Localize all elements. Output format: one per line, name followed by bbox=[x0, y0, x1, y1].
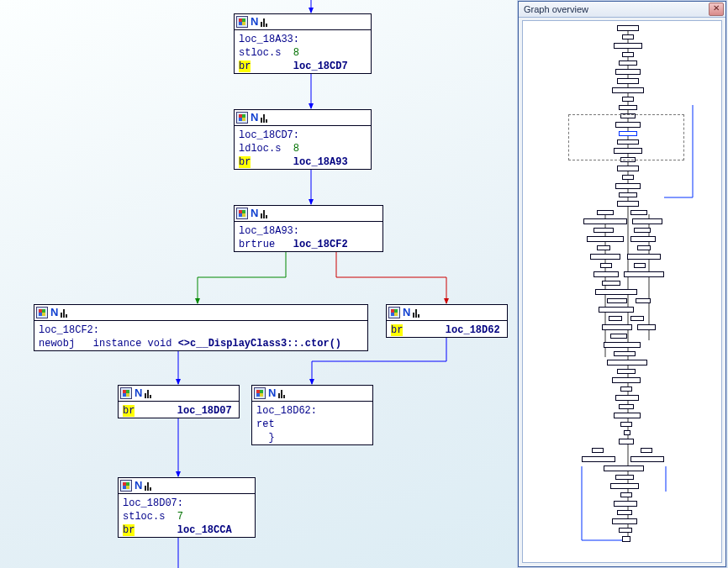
disasm-token: loc_18CD7 bbox=[293, 60, 348, 72]
minimap-node bbox=[602, 281, 620, 286]
disasm-line: br loc_18A93 bbox=[239, 155, 367, 169]
minimap-node bbox=[637, 324, 656, 330]
minimap-node bbox=[617, 25, 639, 31]
disasm-line: newobj instance void <>c__DisplayClass3:… bbox=[39, 337, 363, 350]
overview-title: Graph overview bbox=[524, 4, 588, 14]
n-icon: N bbox=[249, 112, 260, 124]
minimap-node bbox=[600, 263, 612, 268]
node-header[interactable]: N bbox=[34, 305, 367, 321]
n-icon: N bbox=[249, 208, 260, 219]
rgb-grid-icon bbox=[236, 16, 248, 28]
minimap-node bbox=[630, 236, 656, 242]
disasm-line: ret bbox=[256, 418, 368, 431]
disasm-token: loc_18A93: bbox=[239, 225, 299, 237]
node-header[interactable]: N bbox=[235, 14, 371, 30]
node-header[interactable]: N bbox=[119, 386, 239, 402]
disasm-token: } bbox=[256, 432, 275, 444]
node-header[interactable]: N bbox=[235, 110, 371, 126]
node-body: loc_18D07:stloc.s 7br loc_18CCA bbox=[119, 494, 255, 540]
disasm-token bbox=[251, 156, 293, 168]
cfg-node-n4[interactable]: Nloc_18CF2:newobj instance void <>c__Dis… bbox=[34, 304, 368, 351]
disasm-line: loc_18CD7: bbox=[239, 129, 367, 142]
disasm-line: br loc_18CD7 bbox=[239, 60, 367, 73]
disasm-token: loc_18A33: bbox=[239, 34, 299, 45]
overview-titlebar[interactable]: Graph overview ✕ bbox=[519, 2, 725, 18]
disasm-token: loc_18D62: bbox=[256, 405, 317, 417]
minimap-node bbox=[627, 254, 661, 260]
minimap-node bbox=[622, 536, 630, 542]
cfg-node-n2[interactable]: Nloc_18CD7:ldloc.s 8br loc_18A93 bbox=[234, 109, 372, 170]
minimap-node bbox=[614, 351, 636, 356]
disasm-token: 8 bbox=[293, 47, 299, 59]
minimap-node bbox=[609, 316, 622, 321]
minimap-node bbox=[592, 448, 604, 453]
disasm-token: 7 bbox=[177, 511, 183, 523]
node-header[interactable]: N bbox=[252, 386, 372, 402]
node-body: loc_18D62:ret } bbox=[252, 402, 372, 448]
disasm-line: br loc_18D07 bbox=[123, 404, 235, 418]
cfg-node-n1[interactable]: Nloc_18A33:stloc.s 8br loc_18CD7 bbox=[234, 13, 372, 74]
cfg-node-n5[interactable]: Nbr loc_18D62 bbox=[386, 304, 508, 338]
minimap-node bbox=[615, 395, 639, 401]
disasm-token: loc_18A93 bbox=[293, 156, 348, 168]
minimap-viewport[interactable] bbox=[568, 114, 684, 160]
disasm-token: br bbox=[391, 324, 403, 336]
minimap-node bbox=[630, 316, 644, 321]
minimap-node bbox=[615, 69, 641, 75]
n-icon: N bbox=[266, 387, 277, 399]
node-body: loc_18A93:brtrue loc_18CF2 bbox=[235, 222, 382, 255]
disasm-line: brtrue loc_18CF2 bbox=[239, 238, 378, 251]
overview-minimap[interactable] bbox=[522, 20, 722, 563]
close-icon[interactable]: ✕ bbox=[709, 3, 724, 16]
cfg-node-n3[interactable]: Nloc_18A93:brtrue loc_18CF2 bbox=[234, 205, 383, 252]
bars-icon bbox=[261, 208, 267, 218]
minimap-node bbox=[632, 218, 662, 224]
disasm-line: br loc_18CCA bbox=[123, 523, 251, 537]
rgb-grid-icon bbox=[236, 208, 248, 219]
cfg-node-n8[interactable]: Nloc_18D07:stloc.s 7br loc_18CCA bbox=[118, 477, 256, 538]
minimap-node bbox=[622, 97, 634, 102]
minimap-node bbox=[619, 404, 634, 409]
minimap-node bbox=[620, 387, 632, 392]
bars-icon bbox=[145, 388, 151, 398]
minimap-node bbox=[634, 263, 646, 268]
minimap-node bbox=[593, 271, 619, 277]
rgb-grid-icon bbox=[36, 307, 48, 318]
minimap-node bbox=[612, 518, 637, 524]
minimap-node bbox=[583, 218, 627, 224]
disasm-token: loc_18D07: bbox=[123, 497, 183, 509]
minimap-node bbox=[607, 298, 627, 303]
minimap-node bbox=[614, 413, 641, 418]
minimap-node bbox=[617, 166, 639, 171]
minimap-node bbox=[590, 254, 620, 260]
minimap-node bbox=[610, 483, 639, 489]
disasm-token: br bbox=[239, 60, 251, 72]
bars-icon bbox=[61, 308, 67, 318]
rgb-grid-icon bbox=[254, 387, 266, 399]
disasm-line: loc_18D62: bbox=[256, 404, 368, 418]
minimap-node bbox=[602, 324, 632, 330]
node-header[interactable]: N bbox=[235, 206, 382, 222]
node-body: loc_18CD7:ldloc.s 8br loc_18A93 bbox=[235, 126, 371, 172]
node-body: br loc_18D07 bbox=[119, 402, 239, 421]
minimap-node bbox=[617, 510, 632, 515]
minimap-node bbox=[593, 228, 614, 233]
disasm-token: loc_18CD7: bbox=[239, 129, 299, 141]
disasm-line: loc_18A33: bbox=[239, 33, 367, 46]
graph-overview-panel[interactable]: Graph overview ✕ bbox=[518, 1, 726, 567]
minimap-node bbox=[624, 430, 630, 435]
disasm-token bbox=[135, 524, 177, 536]
node-header[interactable]: N bbox=[119, 478, 255, 494]
minimap-node bbox=[582, 456, 615, 462]
cfg-node-n6[interactable]: Nbr loc_18D07 bbox=[118, 385, 240, 418]
bars-icon bbox=[278, 388, 285, 398]
disasm-line: br loc_18D62 bbox=[391, 323, 503, 337]
node-body: loc_18CF2:newobj instance void <>c__Disp… bbox=[34, 321, 367, 354]
cfg-node-n7[interactable]: Nloc_18D62:ret } bbox=[251, 385, 373, 445]
disasm-token: ldloc.s bbox=[239, 143, 293, 155]
minimap-node bbox=[614, 43, 642, 49]
node-header[interactable]: N bbox=[387, 305, 507, 321]
disasm-token bbox=[403, 324, 445, 336]
minimap-node bbox=[619, 528, 632, 533]
disasm-token: loc_18CCA bbox=[177, 524, 232, 536]
